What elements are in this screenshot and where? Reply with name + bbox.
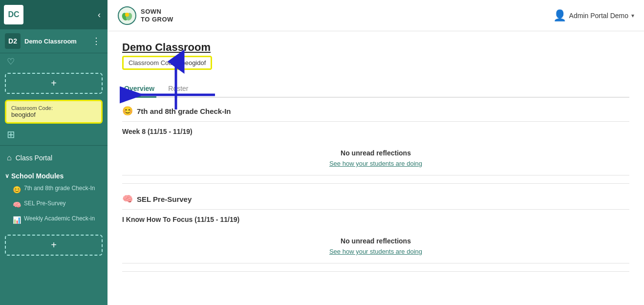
week-label-0: Week 8 (11/15 - 11/19) xyxy=(122,128,629,135)
no-reflections-0: No unread reflections xyxy=(122,149,629,157)
chevron-icon: ∨ xyxy=(5,173,9,179)
tab-roster[interactable]: Roster xyxy=(166,81,190,98)
sidebar-module-label-2: Weekly Academic Check-in xyxy=(24,215,95,223)
chart-icon-2: 📊 xyxy=(13,216,21,224)
top-nav: SOWN TO GROW 👤 Admin Portal Demo ▾ xyxy=(107,0,644,31)
logo-svg xyxy=(117,6,137,25)
classroom-code-sidebar-label: Classroom Code: xyxy=(11,105,96,111)
sidebar-module-label-0: 7th and 8th grade Check-In xyxy=(24,185,95,193)
module-section-title-1: SEL Pre-Survey xyxy=(137,195,192,203)
school-modules-header[interactable]: ∨ School Modules xyxy=(5,170,103,182)
school-modules-label: School Modules xyxy=(11,172,64,180)
module-section-title-0: 7th and 8th grade Check-In xyxy=(137,107,231,115)
page-content: Demo Classroom Classroom Code: beogidof xyxy=(107,31,644,305)
school-modules-section: ∨ School Modules 😊 7th and 8th grade Che… xyxy=(0,167,107,231)
svg-point-3 xyxy=(125,13,129,17)
dc-avatar: DC xyxy=(4,5,23,24)
sidebar-module-item-0[interactable]: 😊 7th and 8th grade Check-In xyxy=(5,182,103,197)
sidebar-divider xyxy=(0,145,107,146)
dropdown-arrow-icon: ▾ xyxy=(631,12,634,19)
sidebar-collapse-button[interactable]: ‹ xyxy=(95,8,104,22)
logo-line2: TO GROW xyxy=(141,16,173,23)
user-label: Admin Portal Demo xyxy=(569,12,628,20)
account-icon: 👤 xyxy=(553,9,566,22)
reflections-area-0: No unread reflections See how your stude… xyxy=(122,141,629,175)
module-section-1: 🧠 SEL Pre-Survey I Know How To Focus (11… xyxy=(122,194,629,272)
heart-row: ♡ xyxy=(0,53,107,70)
classroom-code-main-value: beogidof xyxy=(181,59,206,66)
classroom-name: Demo Classroom xyxy=(24,38,90,45)
tabs: Overview Roster xyxy=(122,81,629,98)
grid-icon: ⊞ xyxy=(7,129,15,140)
class-portal-item[interactable]: ⌂ Class Portal xyxy=(0,149,107,167)
logo-line1: SOWN xyxy=(141,8,161,15)
module-section-header-1: 🧠 SEL Pre-Survey xyxy=(122,194,629,210)
home-icon: ⌂ xyxy=(7,153,12,162)
classroom-title: Demo Classroom xyxy=(122,41,629,54)
logo-area: SOWN TO GROW xyxy=(117,6,173,25)
see-students-link-1[interactable]: See how your students are doing xyxy=(122,248,629,255)
classroom-code-card[interactable]: Classroom Code: beogidof xyxy=(5,100,103,124)
classroom-code-main-label: Classroom Code: xyxy=(129,59,177,66)
add-module-button[interactable]: + xyxy=(5,235,103,256)
see-students-link-0[interactable]: See how your students are doing xyxy=(122,160,629,167)
sidebar-top: DC ‹ xyxy=(0,0,107,29)
sidebar: DC ‹ D2 Demo Classroom ⋮ ♡ + Classroom C… xyxy=(0,0,107,305)
module-section-icon-1: 🧠 xyxy=(122,194,133,204)
tab-overview[interactable]: Overview xyxy=(122,81,156,98)
reflections-area-1: No unread reflections See how your stude… xyxy=(122,229,629,263)
module-section-header-0: 😊 7th and 8th grade Check-In xyxy=(122,106,629,122)
add-class-button[interactable]: + xyxy=(5,73,103,94)
classroom-code-main: Classroom Code: beogidof xyxy=(122,56,212,70)
sidebar-module-item-1[interactable]: 🧠 SEL Pre-Survey xyxy=(5,197,103,212)
classroom-code-sidebar-value: beogidof xyxy=(11,111,96,118)
classroom-menu-button[interactable]: ⋮ xyxy=(90,35,103,47)
class-portal-label: Class Portal xyxy=(16,154,52,162)
module-section-0: 😊 7th and 8th grade Check-In Week 8 (11/… xyxy=(122,106,629,184)
module-section-icon-0: 😊 xyxy=(122,106,133,116)
classroom-info: Demo Classroom xyxy=(24,38,90,45)
smiley-icon-0: 😊 xyxy=(13,185,21,194)
week-label-1: I Know How To Focus (11/15 - 11/19) xyxy=(122,216,629,223)
logo-text: SOWN TO GROW xyxy=(141,8,173,23)
d2-badge: D2 xyxy=(5,33,21,49)
brain-icon-1: 🧠 xyxy=(13,200,21,209)
user-menu[interactable]: 👤 Admin Portal Demo ▾ xyxy=(553,9,634,22)
no-reflections-1: No unread reflections xyxy=(122,237,629,245)
sidebar-module-item-2[interactable]: 📊 Weekly Academic Check-in xyxy=(5,212,103,227)
classroom-item[interactable]: D2 Demo Classroom ⋮ xyxy=(0,29,107,53)
heart-icon: ♡ xyxy=(7,56,15,67)
sidebar-module-label-1: SEL Pre-Survey xyxy=(24,200,66,208)
main-content: SOWN TO GROW 👤 Admin Portal Demo ▾ Demo … xyxy=(107,0,644,305)
